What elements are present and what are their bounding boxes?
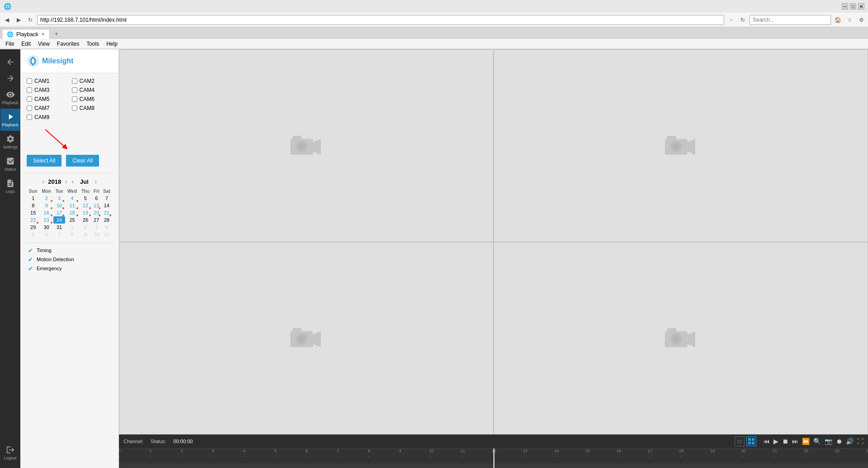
settings-browser-button[interactable]: ⚙ <box>856 15 866 25</box>
calendar-day[interactable]: 10 <box>92 231 101 238</box>
calendar-day[interactable]: 6 <box>39 231 53 238</box>
tab-close-button[interactable]: ✕ <box>41 32 45 37</box>
calendar-day[interactable]: 8 <box>27 202 39 209</box>
cam8-label[interactable]: CAM8 <box>80 105 95 111</box>
sidebar-item-settings[interactable]: Settings <box>0 131 20 153</box>
cam9-label[interactable]: CAM9 <box>34 114 49 120</box>
calendar-day[interactable]: 3 <box>53 195 65 202</box>
zoom-in-button[interactable]: 🔍 <box>813 438 821 445</box>
go-button[interactable]: → <box>726 15 736 25</box>
calendar-day[interactable]: 1 <box>27 195 39 202</box>
calendar-day[interactable]: 22 <box>27 216 39 224</box>
select-all-button[interactable]: Select All <box>27 155 62 167</box>
calendar-day[interactable]: 30 <box>39 224 53 231</box>
sidebar-item-status[interactable]: Status <box>0 153 20 175</box>
play-button[interactable]: ▶ <box>773 438 778 445</box>
calendar-day[interactable]: 29 <box>27 224 39 231</box>
calendar-day[interactable]: 4 <box>65 195 79 202</box>
calendar-day[interactable]: 28 <box>101 216 112 224</box>
cam2-checkbox[interactable] <box>72 78 77 84</box>
month-prev-button[interactable]: ‹ <box>71 178 75 185</box>
clear-all-button[interactable]: Clear All <box>66 155 99 167</box>
cam1-checkbox[interactable] <box>27 78 32 84</box>
refresh-button[interactable]: ↻ <box>25 15 35 25</box>
quad-view-button[interactable] <box>746 436 756 446</box>
timeline-ruler[interactable]: 0123456789101112131415161718192021222324 <box>119 449 868 468</box>
calendar-day[interactable]: 5 <box>79 195 92 202</box>
sidebar-item-live-view[interactable]: Playback <box>0 86 20 109</box>
calendar-day[interactable]: 18 <box>65 209 79 216</box>
search-input[interactable] <box>749 15 831 25</box>
calendar-day[interactable]: 17 <box>53 209 65 216</box>
year-prev-button[interactable]: ‹ <box>41 178 45 185</box>
video-cell-4[interactable] <box>493 242 868 435</box>
cam4-checkbox[interactable] <box>72 87 77 93</box>
star-button[interactable]: ☆ <box>844 15 854 25</box>
calendar-day[interactable]: 8 <box>65 231 79 238</box>
calendar-day[interactable]: 20 <box>92 209 101 216</box>
sidebar-item-logs[interactable]: Logs <box>0 175 20 197</box>
single-view-button[interactable]: □ <box>735 436 745 446</box>
calendar-day[interactable]: 13 <box>92 202 101 209</box>
cam7-label[interactable]: CAM7 <box>34 105 49 111</box>
calendar-day[interactable]: 21 <box>101 209 112 216</box>
video-cell-1[interactable] <box>119 49 493 242</box>
volume-button[interactable]: 🔊 <box>846 438 854 445</box>
calendar-day[interactable]: 4 <box>101 224 112 231</box>
active-tab[interactable]: 🌐 Playback ✕ <box>2 29 50 39</box>
calendar-day[interactable]: 26 <box>79 216 92 224</box>
cam5-checkbox[interactable] <box>27 96 32 102</box>
calendar-day[interactable]: 2 <box>39 195 53 202</box>
cam2-label[interactable]: CAM2 <box>80 78 95 84</box>
month-next-button[interactable]: › <box>94 178 98 185</box>
calendar-day[interactable]: 9 <box>39 202 53 209</box>
maximize-button[interactable]: □ <box>850 3 856 10</box>
cam8-checkbox[interactable] <box>72 105 77 111</box>
address-bar[interactable] <box>37 15 724 25</box>
calendar-day[interactable]: 24 <box>53 216 65 224</box>
nav-back-icon[interactable] <box>0 54 20 70</box>
menu-tools[interactable]: Tools <box>83 40 103 48</box>
cam4-label[interactable]: CAM4 <box>80 87 95 93</box>
calendar-day[interactable]: 14 <box>101 202 112 209</box>
calendar-day[interactable]: 31 <box>53 224 65 231</box>
calendar-day[interactable]: 27 <box>92 216 101 224</box>
calendar-day[interactable]: 7 <box>101 195 112 202</box>
cam5-label[interactable]: CAM5 <box>34 96 49 102</box>
skip-back-button[interactable]: ⏮ <box>764 438 770 445</box>
calendar-day[interactable]: 3 <box>92 224 101 231</box>
nav-forward-icon[interactable] <box>0 70 20 86</box>
calendar-day[interactable]: 1 <box>65 224 79 231</box>
fast-forward-button[interactable]: ⏩ <box>802 438 810 445</box>
calendar-day[interactable]: 2 <box>79 224 92 231</box>
calendar-day[interactable]: 25 <box>65 216 79 224</box>
calendar-day[interactable]: 9 <box>79 231 92 238</box>
calendar-day[interactable]: 15 <box>27 209 39 216</box>
calendar-day[interactable]: 11 <box>65 202 79 209</box>
cam1-label[interactable]: CAM1 <box>34 78 49 84</box>
year-next-button[interactable]: › <box>64 178 68 185</box>
video-cell-3[interactable] <box>119 242 493 435</box>
fullscreen-button[interactable]: ⛶ <box>857 438 863 445</box>
menu-edit[interactable]: Edit <box>18 40 34 48</box>
cam6-label[interactable]: CAM6 <box>80 96 95 102</box>
new-tab-button[interactable]: + <box>52 29 62 39</box>
calendar-day[interactable]: 7 <box>53 231 65 238</box>
forward-button[interactable]: ▶ <box>14 15 24 25</box>
cam7-checkbox[interactable] <box>27 105 32 111</box>
close-button[interactable]: ✕ <box>858 3 864 10</box>
window-controls[interactable]: ─ □ ✕ <box>842 3 864 10</box>
menu-file[interactable]: File <box>2 40 18 48</box>
calendar-day[interactable]: 19 <box>79 209 92 216</box>
cam6-checkbox[interactable] <box>72 96 77 102</box>
cam3-checkbox[interactable] <box>27 87 32 93</box>
calendar-day[interactable]: 16 <box>39 209 53 216</box>
snapshot-button[interactable]: 📷 <box>825 438 832 445</box>
calendar-day[interactable]: 23 <box>39 216 53 224</box>
reload-button[interactable]: ↻ <box>738 15 748 25</box>
record-button[interactable]: ⏺ <box>836 438 842 445</box>
sidebar-item-logout[interactable]: Logout <box>0 442 20 464</box>
calendar-day[interactable]: 12 <box>79 202 92 209</box>
sidebar-item-playback[interactable]: Playback <box>0 109 20 131</box>
timeline-cursor[interactable] <box>493 449 494 468</box>
